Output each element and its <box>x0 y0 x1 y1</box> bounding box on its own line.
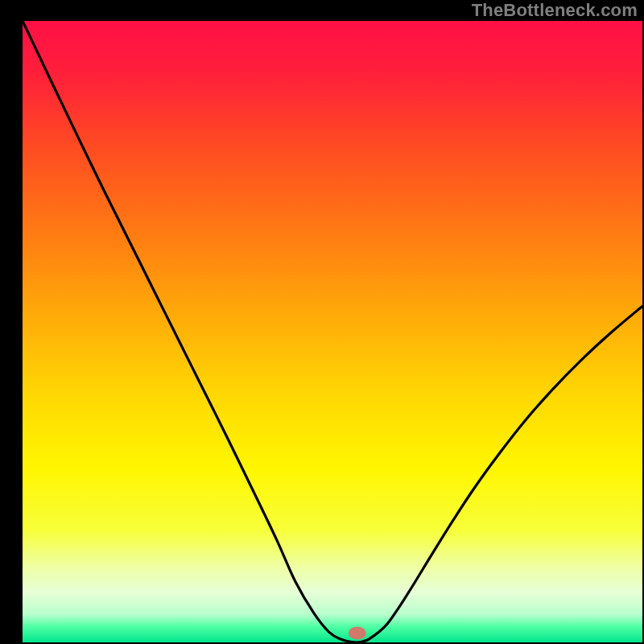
chart-frame: TheBottleneck.com <box>0 0 644 644</box>
plot-background <box>23 21 642 642</box>
optimum-marker <box>349 626 366 639</box>
bottleneck-chart <box>0 0 644 644</box>
